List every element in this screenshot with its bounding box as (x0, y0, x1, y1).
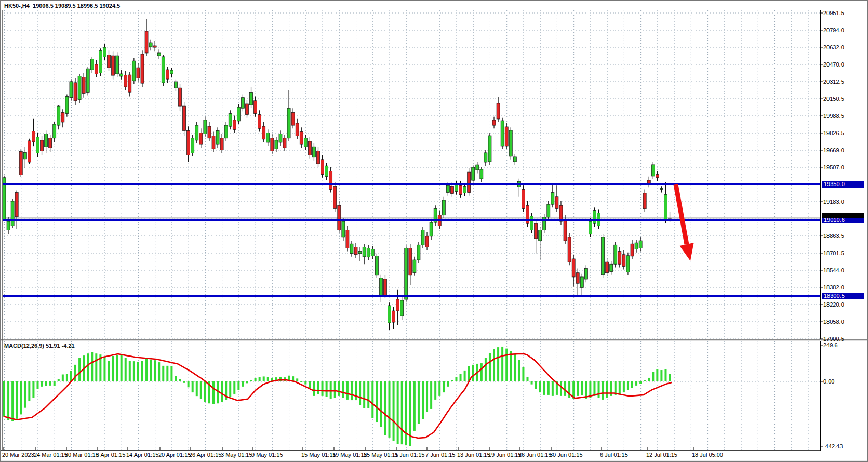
candle-bearish (383, 279, 386, 295)
macd-histogram-bar (32, 381, 34, 398)
candle-bullish (660, 188, 663, 189)
candle-bearish (212, 136, 215, 149)
macd-histogram-bar (330, 381, 332, 399)
macd-histogram-bar (121, 354, 123, 381)
macd-axis-label[interactable]: 249.6 (823, 342, 838, 348)
price-axis-label[interactable]: 18220.0 (823, 301, 844, 308)
macd-histogram-bar (3, 381, 5, 417)
macd-histogram-bar (246, 381, 248, 383)
price-axis-label[interactable]: 19669.0 (823, 147, 844, 153)
time-axis-label[interactable]: 7 Jun 01:15 (425, 452, 456, 458)
candle-bullish (375, 256, 378, 275)
macd-histogram-bar (170, 366, 172, 381)
time-axis-label[interactable]: 18 Jul 05:00 (692, 452, 723, 458)
price-axis-label[interactable]: 18544.0 (823, 267, 844, 273)
candle-bearish (183, 106, 186, 130)
price-axis-label[interactable]: 19988.5 (823, 113, 844, 119)
down-arrow-shaft[interactable] (676, 184, 687, 244)
macd-histogram-bar (351, 381, 353, 400)
macd-histogram-bar (455, 377, 457, 381)
macd-histogram-bar (514, 354, 516, 381)
price-axis-label[interactable]: 19507.0 (823, 164, 844, 170)
price-axis-label[interactable]: 20470.0 (823, 61, 844, 68)
candle-bullish (455, 184, 458, 191)
macd-histogram-bar (154, 360, 156, 381)
macd-axis-label[interactable]: -442.43 (823, 443, 843, 450)
current-price-badge (822, 213, 864, 218)
macd-histogram-bar (62, 374, 64, 381)
macd-histogram-bar (627, 381, 629, 390)
candle-bullish (602, 237, 605, 275)
price-axis-label[interactable]: 20794.0 (823, 27, 844, 33)
time-axis-label[interactable]: 20 Apr 01:15 (158, 452, 191, 458)
macd-histogram-bar (543, 381, 545, 395)
macd-histogram-bar (103, 357, 105, 381)
chart-canvas[interactable] (1, 1, 868, 462)
price-axis-label[interactable]: 20150.5 (823, 96, 844, 102)
time-axis-label[interactable]: 12 Jul 01:15 (646, 452, 677, 458)
down-arrow-head[interactable] (679, 243, 693, 261)
time-axis-label[interactable]: 9 May 01:15 (251, 452, 283, 458)
macd-axis-label[interactable]: 0.00 (823, 378, 834, 385)
macd-histogram-bar (233, 381, 235, 394)
time-axis-label[interactable]: 14 Apr 01:15 (126, 452, 158, 458)
macd-histogram-bar (664, 369, 666, 381)
macd-histogram-bar (217, 381, 219, 403)
candle-bearish (179, 88, 182, 106)
price-axis-label[interactable]: 17900.5 (823, 336, 844, 342)
hline-price-badge: 18300.5 (822, 293, 864, 299)
price-axis-label[interactable]: 18058.0 (823, 319, 844, 325)
candle-bearish (459, 185, 462, 194)
time-axis-label[interactable]: 3 May 01:15 (221, 452, 252, 458)
candle-bearish (254, 101, 257, 114)
macd-histogram-bar (300, 381, 302, 382)
time-axis-label[interactable]: 26 Jun 01:15 (518, 452, 552, 458)
time-axis-label[interactable]: 15 May 01:15 (301, 452, 336, 458)
time-axis-label[interactable]: 24 Mar 01:15 (34, 452, 68, 458)
macd-histogram-bar (133, 361, 135, 381)
time-axis-label[interactable]: 19 May 01:15 (332, 452, 367, 458)
price-axis-label[interactable]: 19826.5 (823, 130, 844, 136)
macd-histogram-bar (371, 381, 373, 418)
price-axis-label[interactable]: 18701.5 (823, 250, 844, 256)
macd-histogram-bar (255, 378, 257, 381)
macd-histogram-bar (250, 380, 252, 381)
candle-bullish (463, 186, 466, 193)
candle-bullish (99, 50, 102, 73)
macd-histogram-bar (598, 381, 600, 398)
time-axis-label[interactable]: 1 Jun 01:15 (395, 452, 425, 458)
macd-histogram-bar (279, 377, 282, 381)
macd-histogram-bar (564, 381, 566, 396)
macd-histogram-bar (422, 381, 424, 419)
candle-bullish (57, 106, 60, 125)
time-axis-label[interactable]: 6 Apr 01:15 (96, 452, 125, 458)
price-axis-label[interactable]: 19183.0 (823, 199, 844, 205)
time-axis-label[interactable]: 6 Jul 01:15 (600, 452, 628, 458)
price-axis-label[interactable]: 20632.0 (823, 44, 844, 50)
candle-bullish (149, 43, 152, 47)
macd-histogram-bar (326, 381, 328, 397)
price-axis-label[interactable]: 18863.5 (823, 233, 844, 239)
candle-bullish (250, 92, 253, 105)
price-axis-label[interactable]: 18382.0 (823, 284, 844, 291)
time-axis-label[interactable]: 26 Apr 01:15 (189, 452, 221, 458)
candle-bearish (95, 64, 98, 74)
time-axis-label[interactable]: 30 Jun 01:15 (550, 452, 583, 458)
candle-bullish (446, 185, 449, 192)
candle-bearish (296, 123, 299, 136)
candle-bearish (187, 130, 190, 155)
price-axis-label[interactable]: 20312.5 (823, 78, 844, 85)
time-axis-label[interactable]: 20 Mar 2023 (2, 452, 34, 458)
candle-bearish (450, 186, 453, 193)
time-axis-label[interactable]: 30 Mar 01:15 (65, 452, 99, 458)
time-axis-label[interactable]: 19 Jun 01:15 (488, 452, 522, 458)
time-axis-label[interactable]: 13 Jun 01:15 (457, 452, 490, 458)
candle-bullish (11, 201, 14, 226)
price-axis-label[interactable]: 20951.5 (823, 10, 844, 16)
macd-histogram-bar (20, 381, 22, 414)
macd-histogram-bar (54, 381, 56, 386)
macd-histogram-bar (464, 371, 466, 381)
time-axis-label[interactable]: 25 May 01:15 (364, 452, 398, 458)
macd-histogram-bar (355, 381, 357, 400)
macd-histogram-bar (166, 366, 168, 381)
